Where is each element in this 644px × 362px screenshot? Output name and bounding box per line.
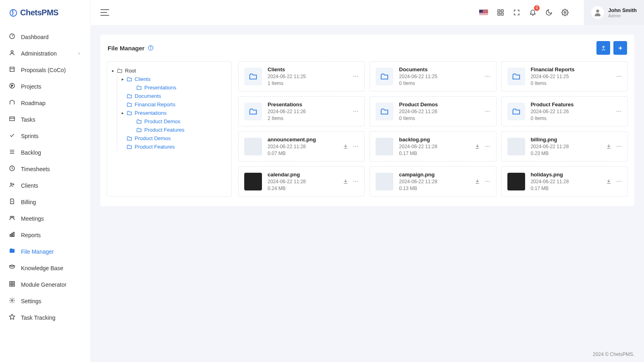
tree-label: Product Demos xyxy=(135,135,171,141)
tree-node[interactable]: ▸Clients xyxy=(111,75,227,83)
file-tile[interactable]: billing.png2024-06-22 11:280.23 MB xyxy=(501,131,628,161)
svg-point-40 xyxy=(354,76,355,77)
svg-point-16 xyxy=(10,216,12,218)
svg-point-14 xyxy=(13,184,14,185)
user-menu[interactable]: John Smith Admin xyxy=(584,0,644,25)
nav-label: Proposals (CoCo) xyxy=(21,67,66,73)
nav-icon xyxy=(9,149,15,156)
nav-label: Backlog xyxy=(21,149,41,156)
download-icon[interactable] xyxy=(474,178,480,184)
more-icon[interactable] xyxy=(484,143,490,149)
download-icon[interactable] xyxy=(606,143,612,149)
item-name: Clients xyxy=(268,66,347,72)
sidebar-item-dashboard[interactable]: Dashboard xyxy=(0,29,90,45)
svg-point-47 xyxy=(619,76,619,77)
item-date: 2024-06-22 11:26 xyxy=(399,109,478,114)
tree-node[interactable]: Product Features xyxy=(111,143,227,151)
sidebar-item-billing[interactable]: Billing xyxy=(0,194,90,210)
download-icon[interactable] xyxy=(343,178,349,184)
folder-tile[interactable]: Product Features2024-06-22 11:260 Items xyxy=(501,96,628,126)
nav-icon xyxy=(9,198,15,206)
add-button[interactable] xyxy=(613,41,627,55)
tree-node[interactable]: Product Features xyxy=(111,126,227,134)
tree-root[interactable]: ▸ Root xyxy=(111,66,227,75)
tree-node[interactable]: Financial Reports xyxy=(111,100,227,109)
sidebar-item-roadmap[interactable]: Roadmap xyxy=(0,95,90,111)
sidebar-item-knowledge-base[interactable]: Knowledge Base xyxy=(0,260,90,276)
sidebar-item-meetings[interactable]: Meetings xyxy=(0,210,90,227)
folder-tile[interactable]: Documents2024-06-22 11:250 Items xyxy=(370,61,496,91)
sidebar-item-reports[interactable]: Reports xyxy=(0,227,90,243)
info-icon[interactable] xyxy=(148,45,154,51)
file-tile[interactable]: holidays.png2024-06-22 11:280.17 MB xyxy=(501,166,628,197)
sidebar-item-sprints[interactable]: Sprints xyxy=(0,128,90,144)
notification-badge: 0 xyxy=(534,5,540,11)
folder-tile[interactable]: Presentations2024-06-22 11:262 Items xyxy=(238,96,365,126)
more-icon[interactable] xyxy=(484,73,490,79)
folder-icon xyxy=(127,136,132,141)
sidebar-item-projects[interactable]: PProjects xyxy=(0,78,90,95)
tree-node[interactable]: Product Demos xyxy=(111,134,227,143)
fullscreen-icon[interactable] xyxy=(513,9,520,16)
brand-logo[interactable]: ChetsPMS xyxy=(0,0,90,25)
tree-node[interactable]: ▸Presentations xyxy=(111,109,227,117)
more-icon[interactable] xyxy=(353,143,359,149)
apps-grid-icon[interactable] xyxy=(497,9,504,16)
more-icon[interactable] xyxy=(616,143,622,149)
download-icon[interactable] xyxy=(606,178,612,184)
sidebar-item-timesheets[interactable]: Timesheets xyxy=(0,161,90,177)
folder-tile[interactable]: Product Demos2024-06-22 11:260 Items xyxy=(370,96,496,126)
sidebar-item-backlog[interactable]: Backlog xyxy=(0,144,90,161)
sidebar-item-task-tracking[interactable]: Task Tracking xyxy=(0,309,90,326)
file-tile[interactable]: announcement.png2024-06-22 11:280.07 MB xyxy=(238,131,365,161)
gear-icon[interactable] xyxy=(561,9,569,16)
tree-node[interactable]: Product Demos xyxy=(111,117,227,126)
user-role: Admin xyxy=(608,13,637,18)
file-tile[interactable]: calendar.png2024-06-22 11:280.24 MB xyxy=(238,166,365,197)
folder-icon xyxy=(380,72,389,81)
nav-icon xyxy=(9,99,15,107)
more-icon[interactable] xyxy=(353,73,359,79)
item-date: 2024-06-22 11:28 xyxy=(399,179,468,184)
sidebar-item-file-manager[interactable]: File Manager xyxy=(0,243,90,260)
svg-point-61 xyxy=(485,146,486,147)
sidebar-item-settings[interactable]: Settings xyxy=(0,293,90,309)
sidebar-item-clients[interactable]: Clients xyxy=(0,177,90,194)
language-flag[interactable] xyxy=(479,10,488,16)
svg-point-60 xyxy=(357,146,358,147)
sidebar-item-module-generator[interactable]: Module Generator xyxy=(0,276,90,293)
item-sub: 0.13 MB xyxy=(399,186,468,191)
item-date: 2024-06-22 11:25 xyxy=(531,74,610,79)
tree-node[interactable]: Documents xyxy=(111,92,227,100)
more-icon[interactable] xyxy=(353,178,359,184)
sidebar-item-administration[interactable]: Administration xyxy=(0,45,90,62)
more-icon[interactable] xyxy=(353,108,359,114)
file-tile[interactable]: backlog.png2024-06-22 11:280.17 MB xyxy=(370,131,496,161)
tree-node[interactable]: Presentations xyxy=(111,83,227,92)
more-icon[interactable] xyxy=(616,73,622,79)
download-icon[interactable] xyxy=(474,143,480,149)
more-icon[interactable] xyxy=(484,178,490,184)
moon-icon[interactable] xyxy=(545,9,553,16)
tree-label: Documents xyxy=(135,93,161,99)
svg-rect-32 xyxy=(498,13,500,15)
tree-label: Product Features xyxy=(144,127,185,133)
more-icon[interactable] xyxy=(616,108,622,114)
folder-tile[interactable]: Clients2024-06-22 11:251 Items xyxy=(238,61,365,91)
menu-toggle-icon[interactable] xyxy=(100,9,109,16)
folder-tile[interactable]: Financial Reports2024-06-22 11:250 Items xyxy=(501,61,628,91)
file-tile[interactable]: campaign.png2024-06-22 11:280.13 MB xyxy=(370,166,496,197)
upload-button[interactable] xyxy=(596,41,610,55)
folder-icon xyxy=(512,107,521,116)
folder-icon xyxy=(249,72,258,81)
item-date: 2024-06-22 11:28 xyxy=(399,144,468,149)
nav-icon xyxy=(9,281,15,288)
more-icon[interactable] xyxy=(484,108,490,114)
svg-rect-18 xyxy=(10,234,11,236)
sidebar-item-proposals-coco-[interactable]: Proposals (CoCo) xyxy=(0,62,90,78)
more-icon[interactable] xyxy=(616,178,622,184)
folder-icon xyxy=(380,107,389,116)
item-sub: 0 Items xyxy=(399,81,478,86)
download-icon[interactable] xyxy=(343,143,349,149)
sidebar-item-tasks[interactable]: Tasks xyxy=(0,111,90,128)
